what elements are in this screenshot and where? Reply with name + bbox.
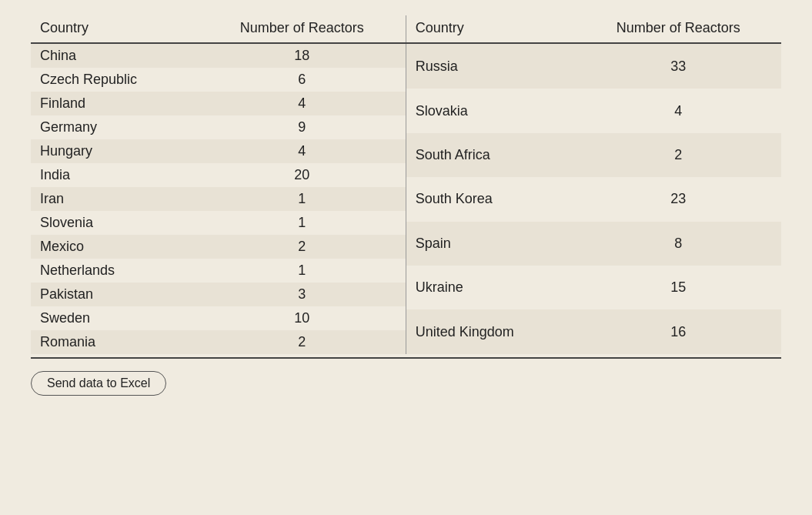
table-row: China18 bbox=[31, 43, 406, 68]
left-col1-header: Country bbox=[31, 15, 199, 43]
reactors-cell: 1 bbox=[199, 211, 406, 235]
country-cell: Hungary bbox=[31, 139, 199, 163]
table-row: United Kingdom16 bbox=[406, 309, 781, 354]
reactors-cell: 2 bbox=[576, 133, 781, 177]
reactors-cell: 16 bbox=[576, 309, 781, 354]
country-cell: Mexico bbox=[31, 235, 199, 259]
table-row: Russia33 bbox=[406, 43, 781, 89]
reactors-cell: 2 bbox=[199, 330, 406, 354]
table-row: Netherlands1 bbox=[31, 259, 406, 283]
table-row: South Korea23 bbox=[406, 177, 781, 221]
send-to-excel-button[interactable]: Send data to Excel bbox=[31, 371, 166, 396]
table-row: Pakistan3 bbox=[31, 283, 406, 306]
country-cell: Ukraine bbox=[406, 266, 576, 309]
reactors-cell: 15 bbox=[576, 266, 781, 309]
country-cell: South Korea bbox=[406, 177, 576, 221]
reactors-cell: 4 bbox=[576, 89, 781, 132]
reactors-cell: 1 bbox=[199, 259, 406, 283]
reactors-cell: 4 bbox=[199, 139, 406, 163]
table-row: Czech Republic6 bbox=[31, 68, 406, 92]
table-row: Hungary4 bbox=[31, 139, 406, 163]
reactors-cell: 18 bbox=[199, 43, 406, 68]
right-table: Country Number of Reactors Russia33Slova… bbox=[406, 15, 781, 354]
right-col1-header: Country bbox=[406, 15, 576, 43]
country-cell: Germany bbox=[31, 115, 199, 139]
country-cell: Netherlands bbox=[31, 259, 199, 283]
reactors-cell: 10 bbox=[199, 306, 406, 330]
reactors-cell: 23 bbox=[576, 177, 781, 221]
reactors-cell: 6 bbox=[199, 68, 406, 92]
table-row: South Africa2 bbox=[406, 133, 781, 177]
country-cell: South Africa bbox=[406, 133, 576, 177]
table-row: Ukraine15 bbox=[406, 266, 781, 309]
table-row: India20 bbox=[31, 163, 406, 187]
table-row: Germany9 bbox=[31, 115, 406, 139]
table-row: Mexico2 bbox=[31, 235, 406, 259]
country-cell: Pakistan bbox=[31, 283, 199, 306]
country-cell: Spain bbox=[406, 222, 576, 266]
table-row: Sweden10 bbox=[31, 306, 406, 330]
country-cell: Slovenia bbox=[31, 211, 199, 235]
tables-container: Country Number of Reactors China18Czech … bbox=[31, 15, 781, 354]
country-cell: Finland bbox=[31, 92, 199, 115]
reactors-cell: 1 bbox=[199, 187, 406, 211]
reactors-cell: 33 bbox=[576, 43, 781, 89]
country-cell: India bbox=[31, 163, 199, 187]
table-row: Slovenia1 bbox=[31, 211, 406, 235]
table-row: Slovakia4 bbox=[406, 89, 781, 132]
country-cell: Sweden bbox=[31, 306, 199, 330]
bottom-bar: Send data to Excel bbox=[31, 357, 781, 396]
left-col2-header: Number of Reactors bbox=[199, 15, 406, 43]
table-row: Spain8 bbox=[406, 222, 781, 266]
country-cell: China bbox=[31, 43, 199, 68]
reactors-cell: 2 bbox=[199, 235, 406, 259]
country-cell: Slovakia bbox=[406, 89, 576, 132]
left-table: Country Number of Reactors China18Czech … bbox=[31, 15, 406, 354]
right-col2-header: Number of Reactors bbox=[576, 15, 781, 43]
reactors-cell: 4 bbox=[199, 92, 406, 115]
country-cell: Czech Republic bbox=[31, 68, 199, 92]
country-cell: Romania bbox=[31, 330, 199, 354]
table-row: Finland4 bbox=[31, 92, 406, 115]
table-row: Iran1 bbox=[31, 187, 406, 211]
country-cell: Russia bbox=[406, 43, 576, 89]
reactors-cell: 9 bbox=[199, 115, 406, 139]
country-cell: United Kingdom bbox=[406, 309, 576, 354]
reactors-cell: 3 bbox=[199, 283, 406, 306]
table-row: Romania2 bbox=[31, 330, 406, 354]
reactors-cell: 20 bbox=[199, 163, 406, 187]
country-cell: Iran bbox=[31, 187, 199, 211]
reactors-cell: 8 bbox=[576, 222, 781, 266]
